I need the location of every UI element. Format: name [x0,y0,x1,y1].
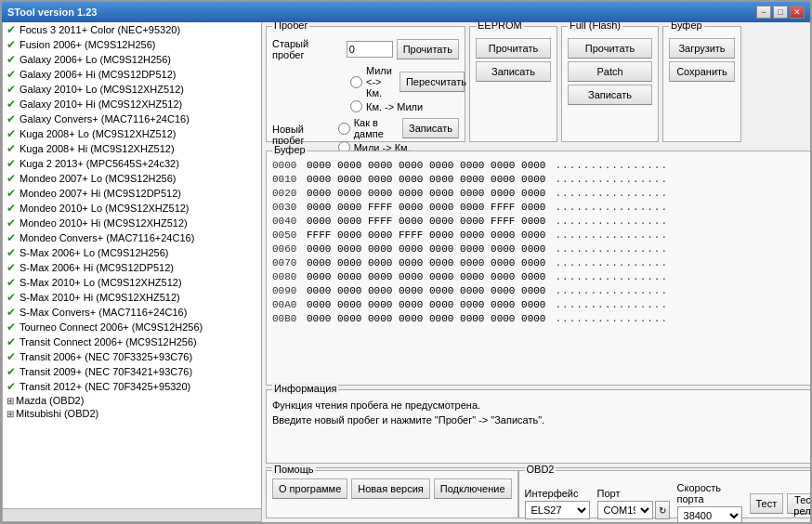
flash-read-button[interactable]: Прочитать [568,38,652,59]
old-probeg-input[interactable] [347,41,393,58]
list-item[interactable]: ✔Galaxy 2010+ Hi (MC9S12XHZ512) [3,97,261,111]
hex-ascii: ................ [555,270,668,284]
hex-row: 0050FFFF 0000 0000 FFFF 0000 0000 0000 0… [272,229,668,242]
title-controls: − □ ✕ [756,6,805,19]
port-label: Порт [597,488,670,499]
car-item-label: Transit 2006+ (NEC 70F3325+93C76) [20,351,192,362]
check-icon: ✔ [7,68,16,81]
tree-expand-icon[interactable]: ⊞ [7,396,14,406]
hex-area[interactable]: 00000000 0000 0000 0000 0000 0000 0000 0… [267,155,810,385]
test-button[interactable]: Тест [750,493,784,514]
interface-label: Интерфейс [525,488,590,499]
list-item[interactable]: ✔Focus 3 2011+ Color (NEC+95320) [3,22,261,37]
flash-patch-button[interactable]: Patch [568,61,652,82]
interface-select[interactable]: ELS27 [525,501,590,519]
list-item[interactable]: ✔Galaxy 2006+ Lo (MC9S12H256) [3,52,261,67]
relay-test-button[interactable]: Тест реле [787,493,810,514]
car-item-label: Mondeo Convers+ (MAC7116+24C16) [20,232,194,243]
car-list[interactable]: ✔Focus 3 2011+ Color (NEC+95320)✔Fusion … [3,22,261,508]
list-item[interactable]: ⊞Mitsubishi (OBD2) [3,407,261,420]
list-item[interactable]: ✔Mondeo 2010+ Hi (MC9S12XHZ512) [3,216,261,230]
list-item[interactable]: ✔Mondeo 2010+ Lo (MC9S12XHZ512) [3,201,261,216]
car-item-label: Transit Connect 2006+ (MC9S12H256) [20,336,197,347]
mili-km-radio-row: Мили <-> Км. Пересчитать [350,65,465,98]
hex-row: 00000000 0000 0000 0000 0000 0000 0000 0… [272,159,668,173]
list-item[interactable]: ✔S-Max 2006+ Lo (MC9S12H256) [3,245,261,260]
connect-button[interactable]: Подключение [434,478,512,499]
list-item[interactable]: ✔S-Max 2010+ Hi (MC9S12XHZ512) [3,290,261,305]
check-icon: ✔ [7,306,16,319]
old-probeg-row: Старый пробег Прочитать [272,38,459,60]
check-icon: ✔ [7,231,16,244]
list-item[interactable]: ✔Mondeo 2007+ Hi (MC9S12DP512) [3,186,261,201]
close-button[interactable]: ✕ [790,6,805,19]
km-mili-radio[interactable] [350,100,362,112]
list-item[interactable]: ✔S-Max 2006+ Hi (MC9S12DP512) [3,260,261,275]
reread-button[interactable]: Пересчитать [399,72,465,92]
hex-row: 00200000 0000 0000 0000 0000 0000 0000 0… [272,187,668,201]
about-button[interactable]: О программе [272,478,347,499]
maximize-button[interactable]: □ [773,6,788,19]
list-item[interactable]: ✔Transit 2012+ (NEC 70F3425+95320) [3,379,261,394]
check-icon: ✔ [7,291,16,304]
list-item[interactable]: ✔Kuga 2008+ Hi (MC9S12XHZ512) [3,141,261,156]
mili-km-label: Мили <-> Км. [366,65,392,98]
list-item[interactable]: ✔Mondeo Convers+ (MAC7116+24C16) [3,230,261,245]
list-item[interactable]: ✔Transit 2009+ (NEC 70F3421+93C76) [3,364,261,379]
list-item[interactable]: ✔S-Max 2010+ Lo (MC9S12XHZ512) [3,275,261,290]
buffer-hex-section: Буфер 00000000 0000 0000 0000 0000 0000 … [266,151,810,386]
check-icon: ✔ [7,187,16,200]
list-item[interactable]: ✔Transit Connect 2006+ (MC9S12H256) [3,334,261,349]
mili-km-radio[interactable] [350,76,362,88]
hex-data: 0000 0000 0000 0000 0000 0000 0000 0000 [307,256,545,270]
old-probeg-label: Старый пробег [272,38,343,60]
minimize-button[interactable]: − [756,6,771,19]
list-item[interactable]: ✔Fusion 2006+ (MC9S12H256) [3,37,261,52]
tree-expand-icon[interactable]: ⊞ [7,409,14,419]
list-item[interactable]: ✔Mondeo 2007+ Lo (MC9S12H256) [3,171,261,186]
hex-ascii: ................ [555,229,668,242]
speed-select[interactable]: 38400 [677,506,742,522]
hex-data: FFFF 0000 0000 FFFF 0000 0000 0000 0000 [307,229,545,242]
car-list-panel: ✔Focus 3 2011+ Color (NEC+95320)✔Fusion … [2,22,262,522]
new-probeg-radio-group: Как в дампе Записать Мили -> Км. [338,117,459,153]
buffer-panel-title: Буфер [669,22,704,31]
check-icon: ✔ [7,276,16,289]
hex-ascii: ................ [555,284,668,298]
list-item[interactable]: ⊞Mazda (OBD2) [3,394,261,407]
hex-address: 0070 [272,256,305,270]
kak-v-dampe-radio[interactable] [338,123,350,135]
car-item-label: Galaxy 2006+ Hi (MC9S12DP512) [20,69,176,80]
flash-write-button[interactable]: Записать [568,85,652,105]
hex-row: 00B00000 0000 0000 0000 0000 0000 0000 0… [272,312,668,326]
car-item-label: S-Max Convers+ (MAC7116+24C16) [20,307,187,318]
list-item[interactable]: ✔Kuga 2008+ Lo (MC9S12XHZ512) [3,126,261,141]
hex-data: 0000 0000 0000 0000 0000 0000 0000 0000 [307,312,545,326]
buffer-save-button[interactable]: Сохранить [669,61,735,82]
full-flash-title: Full (Flash) [568,22,622,31]
hex-address: 00B0 [272,312,305,326]
help-group: Помощь О программе Новая версия Подключе… [266,470,518,518]
hex-row: 00900000 0000 0000 0000 0000 0000 0000 0… [272,284,668,298]
read-probeg-button[interactable]: Прочитать [397,39,459,59]
list-item[interactable]: ✔Transit 2006+ (NEC 70F3325+93C76) [3,349,261,364]
new-version-button[interactable]: Новая версия [351,478,429,499]
port-select[interactable]: COM19 [597,501,653,519]
refresh-icon[interactable]: ↻ [655,501,670,519]
hex-data: 0000 0000 0000 0000 0000 0000 0000 0000 [307,187,545,201]
list-item[interactable]: ✔S-Max Convers+ (MAC7116+24C16) [3,305,261,320]
write-probeg-button[interactable]: Записать [402,118,459,138]
hex-address: 0090 [272,284,305,298]
eeprom-read-button[interactable]: Прочитать [476,38,551,59]
list-item[interactable]: ✔Galaxy 2006+ Hi (MC9S12DP512) [3,67,261,82]
list-item[interactable]: ✔Galaxy Convers+ (MAC7116+24C16) [3,111,261,126]
list-item[interactable]: ✔Tourneo Connect 2006+ (MC9S12H256) [3,320,261,334]
list-item[interactable]: ✔Galaxy 2010+ Lo (MC9S12XHZ512) [3,82,261,97]
buffer-hex-title: Буфер [272,144,308,155]
buffer-load-button[interactable]: Загрузить [669,38,735,59]
list-item[interactable]: ✔Kuga 2 2013+ (MPC5645S+24c32) [3,156,261,171]
speed-label: Скорость порта [677,482,742,504]
eeprom-write-button[interactable]: Записать [476,61,551,82]
list-bottom-scrollbar[interactable] [3,508,261,521]
hex-data: 0000 0000 FFFF 0000 0000 0000 FFFF 0000 [307,215,545,229]
